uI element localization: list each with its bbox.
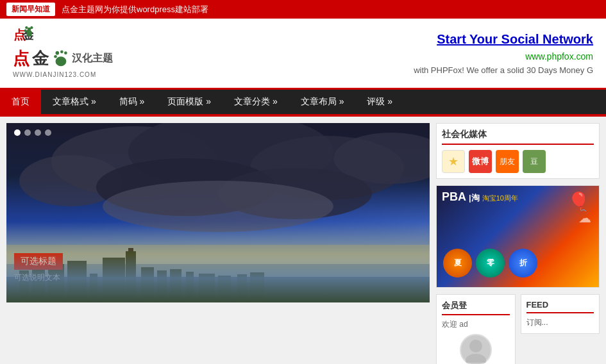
banner-ad[interactable]: PBA |淘 淘宝10周年 🎈 ☁ 夏 零 折: [436, 185, 600, 288]
social-widget-title: 社会化媒体: [442, 129, 594, 145]
social-icons-row: ★ 微博 朋友 豆: [442, 150, 594, 173]
svg-rect-30: [128, 248, 133, 302]
logo-main: 点 金: [13, 28, 33, 46]
svg-rect-25: [32, 267, 45, 302]
nav-item-home[interactable]: 首页: [0, 90, 41, 114]
svg-point-8: [60, 50, 63, 53]
banner-ad-inner: PBA |淘 淘宝10周年 🎈 ☁ 夏 零 折: [437, 186, 599, 287]
nav-item-rating[interactable]: 评级 »: [355, 90, 404, 114]
banner-taobao: |淘: [469, 192, 480, 204]
caption-subtitle: 可选说明文本: [14, 272, 63, 283]
svg-point-41: [466, 354, 486, 363]
feed-col: FEED 订阅...: [521, 294, 600, 364]
svg-rect-34: [170, 269, 181, 302]
topbar-badge: 新闻早知道: [6, 3, 55, 16]
svg-point-9: [64, 51, 67, 54]
social-icon-pengyou[interactable]: 朋友: [496, 150, 519, 173]
social-icon-weibo[interactable]: 微博: [469, 150, 492, 173]
dot-4[interactable]: [45, 129, 51, 136]
paw-icon: [51, 50, 69, 68]
banner-pba: PBA: [442, 191, 466, 203]
member-welcome: 欢迎 ad: [442, 319, 510, 330]
nav-item-formats[interactable]: 文章格式 »: [41, 90, 108, 114]
member-widget: 会员登 欢迎 ad: [436, 294, 516, 364]
svg-rect-37: [218, 276, 231, 302]
banner-circle-extra: 折: [509, 249, 537, 277]
banner-summer-circles: 夏 零 折: [443, 249, 537, 277]
right-column-widgets: 会员登 欢迎 ad FEED 订阅...: [436, 294, 600, 364]
nav-item-shortcodes[interactable]: 简码 »: [108, 90, 156, 114]
dot-1[interactable]: [14, 129, 21, 136]
svg-rect-29: [103, 258, 125, 302]
social-icon-douban[interactable]: 豆: [523, 150, 546, 173]
caption-title: 可选标题: [14, 253, 63, 270]
svg-point-6: [26, 29, 32, 37]
svg-rect-36: [199, 274, 215, 302]
header: 点 金 点 金 汉化主题 WWW.DIANJIN123.COM: [0, 19, 606, 90]
svg-point-7: [56, 51, 60, 54]
svg-rect-21: [6, 245, 430, 270]
member-col: 会员登 欢迎 ad: [436, 294, 516, 364]
svg-rect-39: [250, 272, 264, 302]
phpfox-url[interactable]: www.phpfox.com: [414, 49, 593, 63]
caption-overlay: 可选标题 可选说明文本: [14, 253, 63, 283]
svg-rect-32: [141, 267, 154, 302]
svg-point-10: [54, 54, 57, 58]
svg-rect-22: [6, 264, 430, 302]
svg-rect-24: [19, 270, 29, 302]
featured-image: 可选标题 可选说明文本: [6, 123, 430, 302]
svg-rect-26: [48, 264, 64, 302]
featured-area: 可选标题 可选说明文本: [6, 123, 430, 364]
social-icon-star[interactable]: ★: [442, 150, 465, 173]
logo-hanhua: 汉化主题: [72, 52, 113, 65]
svg-point-4: [30, 26, 33, 29]
feed-widget: FEED 订阅...: [521, 294, 600, 334]
header-right: Start Your Social Network www.phpfox.com…: [414, 29, 593, 77]
logo-paw-icon: 点 金: [13, 26, 33, 46]
banner-circle-summer: 夏: [443, 249, 472, 277]
banner-circle-zero: 零: [476, 249, 505, 277]
cloud-icon: ☁: [578, 210, 591, 226]
topbar-message: 点金主题网为你提供wordpress建站部署: [62, 4, 208, 15]
svg-point-3: [25, 26, 28, 29]
svg-rect-35: [186, 272, 194, 302]
svg-point-40: [469, 340, 482, 352]
right-sidebar: 社会化媒体 ★ 微博 朋友 豆 PBA |淘 淘宝10周年 🎈 ☁ 夏 零: [430, 123, 600, 364]
nav-item-page-templates[interactable]: 页面模版 »: [156, 90, 223, 114]
svg-rect-33: [157, 270, 167, 302]
feed-title: FEED: [526, 300, 594, 313]
main-content: 可选标题 可选说明文本 社会化媒体 ★ 微博 朋友 豆 PBA |淘 淘宝10周…: [0, 117, 606, 364]
dot-3[interactable]: [35, 129, 41, 136]
logo-jin: 金: [32, 47, 49, 70]
main-nav: 首页 文章格式 » 简码 » 页面模版 » 文章分类 » 文章布局 » 评级 »: [0, 90, 606, 114]
topbar: 新闻早知道 点金主题网为你提供wordpress建站部署: [0, 0, 606, 19]
nav-item-categories[interactable]: 文章分类 »: [223, 90, 289, 114]
svg-rect-27: [67, 261, 87, 302]
svg-rect-38: [237, 274, 247, 302]
balloon-icon: 🎈: [568, 191, 590, 212]
featured-svg: [6, 123, 430, 302]
phpfox-desc: with PHPFox! We offer a solid 30 Days Mo…: [414, 64, 593, 78]
svg-rect-23: [6, 277, 430, 302]
svg-point-20: [103, 181, 333, 232]
svg-rect-28: [90, 274, 97, 302]
banner-taobao-text: 淘宝10周年: [482, 194, 518, 203]
svg-point-11: [56, 56, 67, 66]
logo-url: WWW.DIANJIN123.COM: [13, 71, 96, 78]
social-media-widget: 社会化媒体 ★ 微博 朋友 豆: [436, 123, 600, 179]
nav-item-layout[interactable]: 文章布局 »: [289, 90, 356, 114]
feed-subscribe: 订阅...: [526, 317, 594, 328]
slider-dots: [14, 129, 51, 136]
member-widget-title: 会员登: [442, 300, 510, 315]
svg-point-5: [24, 29, 27, 32]
logo-area: 点 金 点 金 汉化主题 WWW.DIANJIN123.COM: [13, 28, 113, 78]
dot-2[interactable]: [24, 129, 31, 136]
svg-rect-31: [126, 251, 136, 299]
logo-dian: 点: [13, 47, 29, 70]
member-avatar: [460, 334, 492, 364]
social-network-link[interactable]: Start Your Social Network: [414, 29, 593, 49]
